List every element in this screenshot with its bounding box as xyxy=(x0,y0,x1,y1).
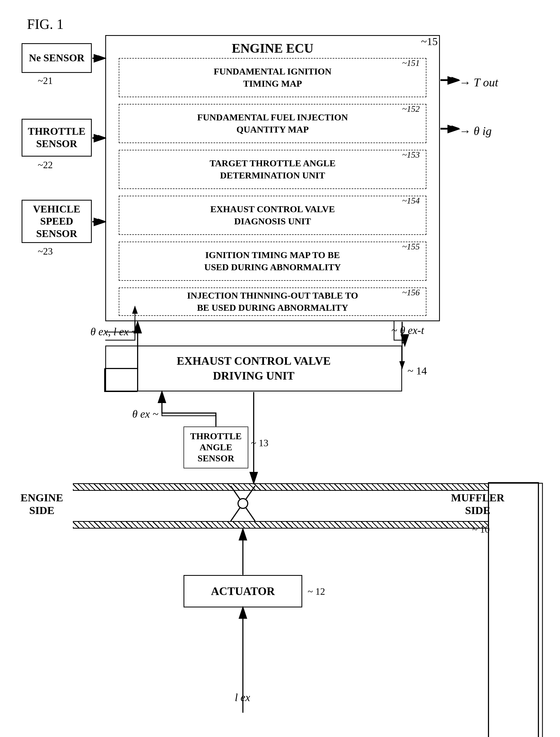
ecu-title: ENGINE ECU xyxy=(106,41,439,56)
sub-152-line1: FUNDAMENTAL FUEL INJECTION xyxy=(197,111,348,123)
ne-sensor-box: Ne SENSOR xyxy=(22,43,92,73)
sub-151-line2: TIMING MAP xyxy=(214,78,332,90)
vehicle-speed-sensor-ref: ~23 xyxy=(38,246,53,257)
figure-label: FIG. 1 xyxy=(27,16,64,32)
sub-154-ref: ~154 xyxy=(402,196,420,206)
throttle-angle-line2: ANGLE xyxy=(190,442,242,453)
sub-153-line1: TARGET THROTTLE ANGLE xyxy=(210,157,336,169)
pipe-bottom xyxy=(73,521,488,529)
sub-155-line2: USED DURING ABNORMALITY xyxy=(204,261,341,273)
throttle-sensor-box: THROTTLE SENSOR xyxy=(22,119,92,157)
svg-point-28 xyxy=(238,499,248,508)
actuator-label: ACTUATOR xyxy=(211,585,275,598)
ecv-line1: EXHAUST CONTROL VALVE xyxy=(177,353,331,368)
sub-151-line1: FUNDAMENTAL IGNITION xyxy=(214,66,332,77)
theta-ex-t-label: ~ θ ex-t xyxy=(391,324,424,336)
engine-side-label: ENGINESIDE xyxy=(15,491,69,517)
sub-155-line1: IGNITION TIMING MAP TO BE xyxy=(204,249,341,261)
ne-sensor-ref: ~21 xyxy=(38,75,53,86)
svg-line-26 xyxy=(231,486,255,521)
sub-box-152: FUNDAMENTAL FUEL INJECTION QUANTITY MAP xyxy=(119,104,426,143)
theta-ex-label: θ ex ~ xyxy=(132,408,158,420)
ne-sensor-label: Ne SENSOR xyxy=(29,52,84,64)
t-out-label: → T out xyxy=(459,76,498,89)
sub-box-151: FUNDAMENTAL IGNITION TIMING MAP xyxy=(119,58,426,97)
sub-156-line2: BE USED DURING ABNORMALITY xyxy=(187,302,358,314)
throttle-sensor-ref: ~22 xyxy=(38,159,53,171)
sub-152-ref: ~152 xyxy=(402,104,420,114)
theta-ex-l-ex-label: θ ex, l ex ~ xyxy=(90,325,137,338)
sub-153-ref: ~153 xyxy=(402,150,420,160)
ecv-line2: DRIVING UNIT xyxy=(177,368,331,384)
sub-155-ref: ~155 xyxy=(402,242,420,251)
throttle-angle-sensor-box: THROTTLE ANGLE SENSOR xyxy=(184,427,248,469)
actuator-box: ACTUATOR xyxy=(184,575,302,607)
svg-rect-13 xyxy=(488,483,542,737)
sub-box-156: INJECTION THINNING-OUT TABLE TO BE USED … xyxy=(119,287,426,316)
pipe-ref: ~ 10 xyxy=(472,524,490,535)
sub-154-line2: DIAGNOSIS UNIT xyxy=(210,215,335,227)
muffler-side-label: MUFFLERSIDE xyxy=(443,491,513,517)
throttle-sensor-line1: THROTTLE xyxy=(28,125,85,138)
vehicle-speed-line2: SPEED xyxy=(33,215,80,227)
svg-rect-25 xyxy=(488,483,538,737)
theta-ig-label: → θ ig xyxy=(459,124,492,138)
sub-box-155: IGNITION TIMING MAP TO BE USED DURING AB… xyxy=(119,242,426,281)
sub-box-153: TARGET THROTTLE ANGLE DETERMINATION UNIT xyxy=(119,150,426,189)
actuator-ref: ~ 12 xyxy=(308,586,325,597)
sub-152-line2: QUANTITY MAP xyxy=(197,124,348,135)
vehicle-speed-sensor-box: VEHICLE SPEED SENSOR xyxy=(22,200,92,243)
sub-box-154: EXHAUST CONTROL VALVE DIAGNOSIS UNIT xyxy=(119,196,426,235)
sub-156-line1: INJECTION THINNING-OUT TABLE TO xyxy=(187,290,358,301)
sub-151-ref: ~151 xyxy=(402,58,420,68)
throttle-angle-sensor-ref: ~ 13 xyxy=(251,437,268,449)
vehicle-speed-line1: VEHICLE xyxy=(33,203,80,215)
sub-156-ref: ~156 xyxy=(402,287,420,297)
l-ex-label: l ex xyxy=(235,691,250,704)
ecv-ref: ~ 14 xyxy=(408,364,427,377)
pipe-top xyxy=(73,483,488,491)
sub-153-line2: DETERMINATION UNIT xyxy=(210,169,336,181)
vehicle-speed-line3: SENSOR xyxy=(33,227,80,240)
throttle-sensor-line2: SENSOR xyxy=(28,138,85,150)
throttle-angle-line3: SENSOR xyxy=(190,453,242,464)
svg-line-27 xyxy=(231,486,255,521)
ecu-ref: ~15 xyxy=(421,35,438,48)
exhaust-control-valve-box: EXHAUST CONTROL VALVE DRIVING UNIT xyxy=(105,345,402,392)
sub-154-line1: EXHAUST CONTROL VALVE xyxy=(210,203,335,215)
throttle-angle-line1: THROTTLE xyxy=(190,431,242,442)
